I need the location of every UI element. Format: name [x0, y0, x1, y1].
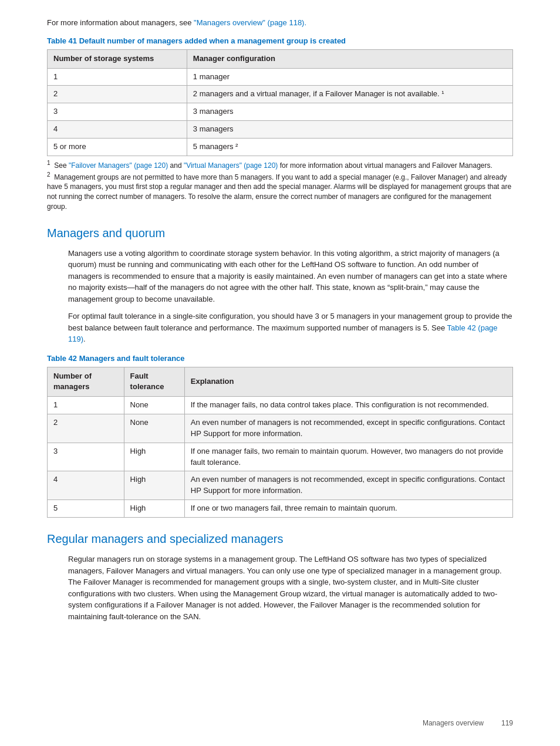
footnote2: 2 Management groups are not permitted to…: [47, 173, 513, 212]
intro-text: For more information about managers, see: [47, 18, 194, 27]
table41-row4-col1: 4: [48, 121, 187, 139]
table42-row5-col2: High: [124, 500, 184, 518]
table41-col1-header: Number of storage systems: [48, 49, 187, 68]
table42-col3-header: Explanation: [184, 367, 512, 397]
table41-row1-col1: 1: [48, 68, 187, 86]
table41-col2-header: Manager configuration: [187, 49, 512, 68]
table42-title: Table 42 Managers and fault tolerance: [47, 353, 513, 364]
table41-row3-col2: 3 managers: [187, 103, 512, 121]
table42-row4-col2: High: [124, 471, 184, 500]
table41-row5-col2: 5 managers ²: [187, 138, 512, 156]
table41-row2-col2: 2 managers and a virtual manager, if a F…: [187, 86, 512, 103]
table42-row5-col3: If one or two managers fail, three remai…: [184, 500, 512, 518]
managers-quorum-para2: For optimal fault tolerance in a single-…: [68, 310, 513, 345]
table42-row4-col3: An even number of managers is not recomm…: [184, 471, 512, 500]
regular-specialized-para1: Regular managers run on storage systems …: [68, 553, 513, 622]
table42-row5-col1: 5: [48, 500, 124, 518]
footer-page-number: 119: [501, 718, 513, 728]
table42-row4-col1: 4: [48, 471, 124, 500]
table41-row4-col2: 3 managers: [187, 121, 512, 139]
table42-row3-col1: 3: [48, 443, 124, 471]
table41-row3-col1: 3: [48, 103, 187, 121]
failover-managers-link[interactable]: "Failover Managers" (page 120): [69, 161, 168, 170]
table41-row5-col1: 5 or more: [48, 138, 187, 156]
page-footer: Managers overview 119: [423, 718, 513, 728]
table41-row1-col2: 1 manager: [187, 68, 512, 86]
table42-row2-col2: None: [124, 414, 184, 443]
managers-quorum-para1: Managers use a voting algorithm to coord…: [68, 248, 513, 305]
table42-row3-col3: If one manager fails, two remain to main…: [184, 443, 512, 471]
table42-col2-header: Fault tolerance: [124, 367, 184, 397]
regular-specialized-body: Regular managers run on storage systems …: [68, 553, 513, 622]
table41-footnotes: 1 See "Failover Managers" (page 120) and…: [47, 161, 513, 212]
intro-paragraph: For more information about managers, see…: [47, 18, 513, 29]
footnote1: 1 See "Failover Managers" (page 120) and…: [47, 161, 513, 171]
table42-link[interactable]: Table 42 (page 119): [68, 323, 498, 344]
table42-row2-col1: 2: [48, 414, 124, 443]
regular-specialized-heading: Regular managers and specialized manager…: [47, 531, 513, 548]
managers-overview-link[interactable]: "Managers overview" (page 118).: [194, 18, 306, 27]
table41-title: Table 41 Default number of managers adde…: [47, 36, 513, 47]
table42: Number of managers Fault tolerance Expla…: [47, 367, 513, 518]
managers-quorum-body: Managers use a voting algorithm to coord…: [68, 248, 513, 345]
table41: Number of storage systems Manager config…: [47, 49, 513, 156]
table42-row2-col3: An even number of managers is not recomm…: [184, 414, 512, 443]
footer-section-label: Managers overview: [423, 718, 484, 728]
table41-row2-col1: 2: [48, 86, 187, 103]
table42-row1-col1: 1: [48, 397, 124, 414]
virtual-managers-link[interactable]: "Virtual Managers" (page 120): [184, 161, 278, 170]
table42-row1-col2: None: [124, 397, 184, 414]
managers-quorum-heading: Managers and quorum: [47, 225, 513, 242]
table42-row1-col3: If the manager fails, no data control ta…: [184, 397, 512, 414]
table42-col1-header: Number of managers: [48, 367, 124, 397]
table42-row3-col2: High: [124, 443, 184, 471]
